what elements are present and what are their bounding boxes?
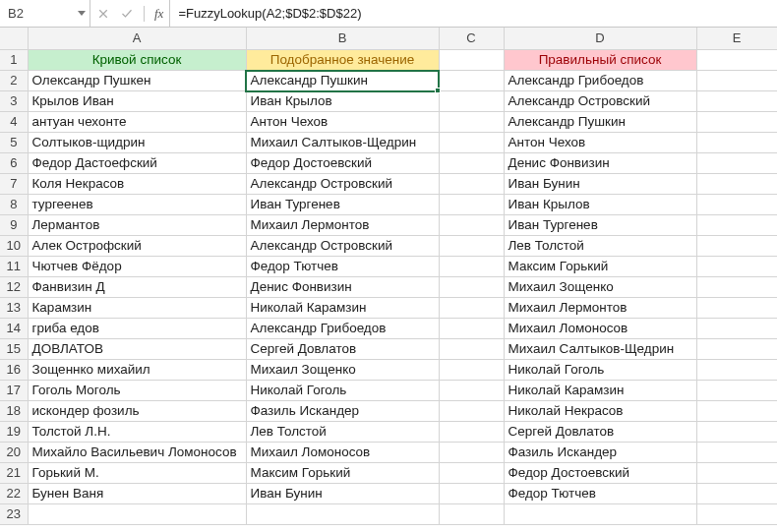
row-header[interactable]: 9 <box>0 215 28 236</box>
row-header[interactable]: 17 <box>0 381 28 401</box>
cell-E6[interactable] <box>696 153 777 174</box>
cell-A11[interactable]: Чютчев Фёдор <box>28 257 246 277</box>
cell-A6[interactable]: Федор Дастоефский <box>28 153 246 174</box>
row-header[interactable]: 16 <box>0 360 28 381</box>
cell-E22[interactable] <box>696 484 777 504</box>
cell-E15[interactable] <box>696 339 777 360</box>
cell-B15[interactable]: Сергей Довлатов <box>246 339 439 360</box>
cell-D21[interactable]: Федор Достоевский <box>504 463 696 484</box>
cell-C11[interactable] <box>439 257 504 277</box>
cell-B5[interactable]: Михаил Салтыков-Щедрин <box>246 133 439 153</box>
cell-D3[interactable]: Александр Островский <box>504 91 696 112</box>
col-header-C[interactable]: C <box>439 28 504 50</box>
name-box[interactable]: B2 <box>0 0 90 27</box>
cell-D20[interactable]: Фазиль Искандер <box>504 443 696 463</box>
cell-D1[interactable]: Правильный список <box>504 50 696 71</box>
cell-D8[interactable]: Иван Крылов <box>504 195 696 215</box>
cancel-formula-icon[interactable] <box>96 7 110 21</box>
row-header[interactable]: 15 <box>0 339 28 360</box>
cell-D4[interactable]: Александр Пушкин <box>504 112 696 133</box>
cell-B12[interactable]: Денис Фонвизин <box>246 277 439 298</box>
cell-C6[interactable] <box>439 153 504 174</box>
cell-C23[interactable] <box>439 504 504 525</box>
cell-A15[interactable]: ДОВЛАТОВ <box>28 339 246 360</box>
cell-A7[interactable]: Коля Некрасов <box>28 174 246 195</box>
cell-C12[interactable] <box>439 277 504 298</box>
confirm-formula-icon[interactable] <box>120 7 134 21</box>
cell-C5[interactable] <box>439 133 504 153</box>
cell-C10[interactable] <box>439 236 504 257</box>
cell-B17[interactable]: Николай Гоголь <box>246 381 439 401</box>
cell-E9[interactable] <box>696 215 777 236</box>
cell-E21[interactable] <box>696 463 777 484</box>
cell-A12[interactable]: Фанвизин Д <box>28 277 246 298</box>
cell-C16[interactable] <box>439 360 504 381</box>
row-header[interactable]: 5 <box>0 133 28 153</box>
cell-D6[interactable]: Денис Фонвизин <box>504 153 696 174</box>
row-header[interactable]: 11 <box>0 257 28 277</box>
cell-B13[interactable]: Николай Карамзин <box>246 298 439 319</box>
cell-E18[interactable] <box>696 401 777 422</box>
cell-A3[interactable]: Крылов Иван <box>28 91 246 112</box>
cell-A19[interactable]: Толстой Л.Н. <box>28 422 246 443</box>
cell-E4[interactable] <box>696 112 777 133</box>
cell-E23[interactable] <box>696 504 777 525</box>
cell-C14[interactable] <box>439 319 504 339</box>
cell-A4[interactable]: антуан чехонте <box>28 112 246 133</box>
cell-A20[interactable]: Михайло Васильевич Ломоносов <box>28 443 246 463</box>
cell-B20[interactable]: Михаил Ломоносов <box>246 443 439 463</box>
cell-B9[interactable]: Михаил Лермонтов <box>246 215 439 236</box>
cell-B18[interactable]: Фазиль Искандер <box>246 401 439 422</box>
cell-A9[interactable]: Лермантов <box>28 215 246 236</box>
cell-D15[interactable]: Михаил Салтыков-Щедрин <box>504 339 696 360</box>
row-header[interactable]: 7 <box>0 174 28 195</box>
cell-B11[interactable]: Федор Тютчев <box>246 257 439 277</box>
cell-D16[interactable]: Николай Гоголь <box>504 360 696 381</box>
cell-D18[interactable]: Николай Некрасов <box>504 401 696 422</box>
cell-A22[interactable]: Бунен Ваня <box>28 484 246 504</box>
cell-D12[interactable]: Михаил Зощенко <box>504 277 696 298</box>
select-all-corner[interactable] <box>0 28 28 50</box>
cell-E17[interactable] <box>696 381 777 401</box>
col-header-A[interactable]: A <box>28 28 246 50</box>
cell-A18[interactable]: искондер фозиль <box>28 401 246 422</box>
cell-B6[interactable]: Федор Достоевский <box>246 153 439 174</box>
cell-B8[interactable]: Иван Тургенев <box>246 195 439 215</box>
cell-B1[interactable]: Подобранное значение <box>246 50 439 71</box>
cell-B21[interactable]: Максим Горький <box>246 463 439 484</box>
fx-icon[interactable]: fx <box>154 6 163 22</box>
cell-A1[interactable]: Кривой список <box>28 50 246 71</box>
cell-D7[interactable]: Иван Бунин <box>504 174 696 195</box>
cell-D2[interactable]: Александр Грибоедов <box>504 71 696 91</box>
cell-B14[interactable]: Александр Грибоедов <box>246 319 439 339</box>
row-header[interactable]: 12 <box>0 277 28 298</box>
cell-E12[interactable] <box>696 277 777 298</box>
cell-C13[interactable] <box>439 298 504 319</box>
cell-A8[interactable]: тургеенев <box>28 195 246 215</box>
cell-A10[interactable]: Алек Острофский <box>28 236 246 257</box>
cell-E13[interactable] <box>696 298 777 319</box>
cell-D9[interactable]: Иван Тургенев <box>504 215 696 236</box>
cell-C1[interactable] <box>439 50 504 71</box>
cell-E11[interactable] <box>696 257 777 277</box>
cell-E2[interactable] <box>696 71 777 91</box>
cell-D23[interactable] <box>504 504 696 525</box>
cell-C19[interactable] <box>439 422 504 443</box>
row-header[interactable]: 14 <box>0 319 28 339</box>
cell-B7[interactable]: Александр Островский <box>246 174 439 195</box>
cell-B10[interactable]: Александр Островский <box>246 236 439 257</box>
row-header[interactable]: 21 <box>0 463 28 484</box>
row-header[interactable]: 13 <box>0 298 28 319</box>
cell-A14[interactable]: гриба едов <box>28 319 246 339</box>
cell-A23[interactable] <box>28 504 246 525</box>
cell-B4[interactable]: Антон Чехов <box>246 112 439 133</box>
cell-C22[interactable] <box>439 484 504 504</box>
cell-E20[interactable] <box>696 443 777 463</box>
cell-B3[interactable]: Иван Крылов <box>246 91 439 112</box>
spreadsheet-grid[interactable]: A B C D E 1Кривой списокПодобранное знач… <box>0 28 777 525</box>
cell-C20[interactable] <box>439 443 504 463</box>
row-header[interactable]: 10 <box>0 236 28 257</box>
cell-B23[interactable] <box>246 504 439 525</box>
formula-input[interactable]: =FuzzyLookup(A2;$D$2:$D$22) <box>170 0 777 27</box>
cell-B16[interactable]: Михаил Зощенко <box>246 360 439 381</box>
